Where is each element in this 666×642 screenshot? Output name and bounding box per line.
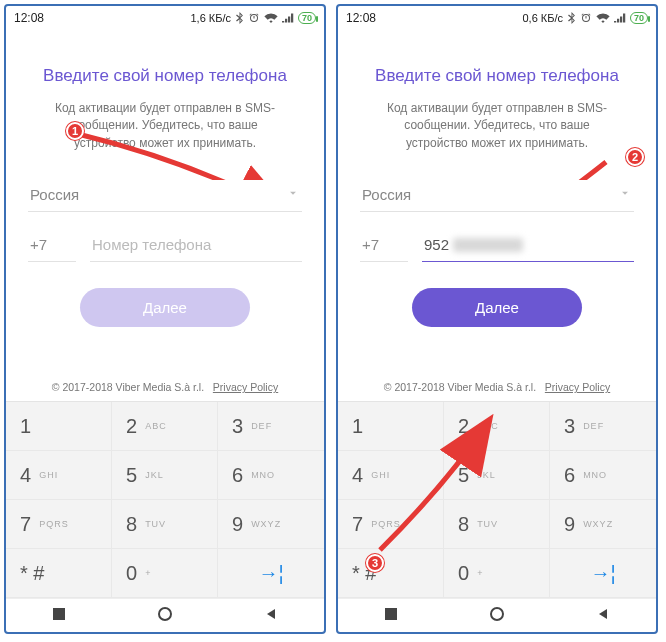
key-8[interactable]: 8TUV xyxy=(444,500,550,549)
key-3[interactable]: 3DEF xyxy=(218,402,324,451)
status-bar: 12:08 1,6 КБ/с 70 xyxy=(6,6,324,30)
copyright: © 2017-2018 Viber Media S.à r.l. xyxy=(52,381,204,393)
key-9[interactable]: 9WXYZ xyxy=(550,500,656,549)
key-enter[interactable]: →¦ xyxy=(550,549,656,598)
key-1[interactable]: 1 xyxy=(338,402,444,451)
numeric-keypad: 1 2ABC 3DEF 4GHI 5JKL 6MNO 7PQRS 8TUV 9W… xyxy=(6,401,324,598)
key-6[interactable]: 6MNO xyxy=(550,451,656,500)
key-5[interactable]: 5JKL xyxy=(444,451,550,500)
key-2[interactable]: 2ABC xyxy=(112,402,218,451)
country-selector[interactable]: Россия xyxy=(360,180,634,212)
key-3[interactable]: 3DEF xyxy=(550,402,656,451)
footer: © 2017-2018 Viber Media S.à r.l. Privacy… xyxy=(28,381,302,393)
key-5[interactable]: 5JKL xyxy=(112,451,218,500)
key-0[interactable]: 0+ xyxy=(112,549,218,598)
key-star-hash[interactable]: * # xyxy=(338,549,444,598)
footer: © 2017-2018 Viber Media S.à r.l. Privacy… xyxy=(360,381,634,393)
svg-rect-2 xyxy=(385,608,397,620)
phone-screenshot-left: 12:08 1,6 КБ/с 70 Введите свой номер xyxy=(4,4,326,634)
signal-icon xyxy=(282,13,294,23)
dial-code: +7 xyxy=(28,230,76,262)
key-0[interactable]: 0+ xyxy=(444,549,550,598)
wifi-icon xyxy=(596,13,610,23)
android-navbar xyxy=(338,598,656,632)
privacy-link[interactable]: Privacy Policy xyxy=(213,381,278,393)
page-title: Введите свой номер телефона xyxy=(360,66,634,86)
alarm-icon xyxy=(580,12,592,24)
clock: 12:08 xyxy=(346,11,376,25)
annotation-badge-3: 3 xyxy=(366,554,384,572)
copyright: © 2017-2018 Viber Media S.à r.l. xyxy=(384,381,536,393)
phone-input[interactable] xyxy=(90,230,302,262)
network-speed: 1,6 КБ/с xyxy=(190,12,231,24)
svg-point-3 xyxy=(491,608,503,620)
key-star-hash[interactable]: * # xyxy=(6,549,112,598)
key-8[interactable]: 8TUV xyxy=(112,500,218,549)
network-speed: 0,6 КБ/с xyxy=(522,12,563,24)
chevron-down-icon xyxy=(286,186,300,203)
key-6[interactable]: 6MNO xyxy=(218,451,324,500)
country-selector[interactable]: Россия xyxy=(28,180,302,212)
nav-home-icon[interactable] xyxy=(490,607,504,625)
nav-recent-icon[interactable] xyxy=(384,607,398,625)
status-bar: 12:08 0,6 КБ/с 70 xyxy=(338,6,656,30)
key-9[interactable]: 9WXYZ xyxy=(218,500,324,549)
country-name: Россия xyxy=(362,186,411,203)
next-button[interactable]: Далее xyxy=(80,288,250,327)
alarm-icon xyxy=(248,12,260,24)
enter-icon: →¦ xyxy=(258,562,283,585)
key-4[interactable]: 4GHI xyxy=(338,451,444,500)
next-button[interactable]: Далее xyxy=(412,288,582,327)
dial-code: +7 xyxy=(360,230,408,262)
phone-input[interactable]: 952 xyxy=(422,230,634,262)
key-7[interactable]: 7PQRS xyxy=(6,500,112,549)
key-2[interactable]: 2ABC xyxy=(444,402,550,451)
nav-back-icon[interactable] xyxy=(264,607,278,625)
key-1[interactable]: 1 xyxy=(6,402,112,451)
nav-back-icon[interactable] xyxy=(596,607,610,625)
page-title: Введите свой номер телефона xyxy=(28,66,302,86)
battery-icon: 70 xyxy=(298,12,316,24)
nav-recent-icon[interactable] xyxy=(52,607,66,625)
bluetooth-icon xyxy=(235,12,244,24)
nav-home-icon[interactable] xyxy=(158,607,172,625)
numeric-keypad: 1 2ABC 3DEF 4GHI 5JKL 6MNO 7PQRS 8TUV 9W… xyxy=(338,401,656,598)
chevron-down-icon xyxy=(618,186,632,203)
annotation-badge-1: 1 xyxy=(66,122,84,140)
key-7[interactable]: 7PQRS xyxy=(338,500,444,549)
key-4[interactable]: 4GHI xyxy=(6,451,112,500)
bluetooth-icon xyxy=(567,12,576,24)
redacted-number xyxy=(453,238,523,252)
phone-screenshot-right: 12:08 0,6 КБ/с 70 Введите свой номер xyxy=(336,4,658,634)
battery-icon: 70 xyxy=(630,12,648,24)
key-enter[interactable]: →¦ xyxy=(218,549,324,598)
enter-icon: →¦ xyxy=(590,562,615,585)
wifi-icon xyxy=(264,13,278,23)
svg-rect-0 xyxy=(53,608,65,620)
clock: 12:08 xyxy=(14,11,44,25)
privacy-link[interactable]: Privacy Policy xyxy=(545,381,610,393)
android-navbar xyxy=(6,598,324,632)
country-name: Россия xyxy=(30,186,79,203)
svg-point-1 xyxy=(159,608,171,620)
signal-icon xyxy=(614,13,626,23)
annotation-badge-2: 2 xyxy=(626,148,644,166)
page-subtitle: Код активации будет отправлен в SMS-сооб… xyxy=(377,100,617,152)
